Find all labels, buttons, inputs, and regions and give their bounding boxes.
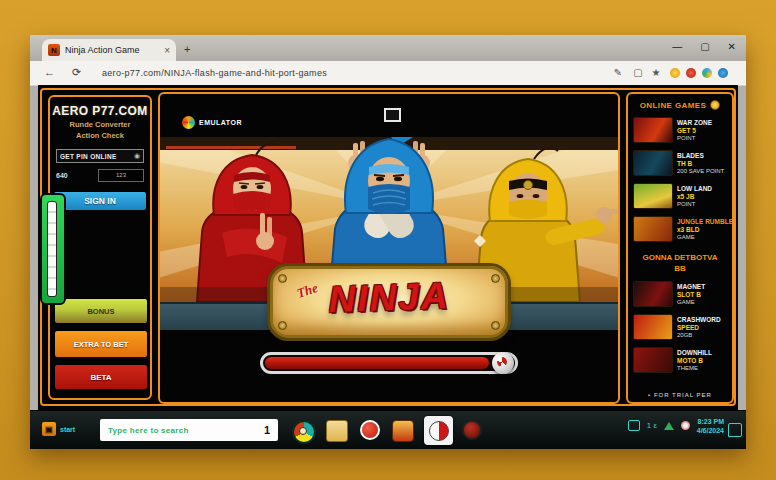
share-icon[interactable]: ✎ (612, 67, 624, 79)
extension-icon-red[interactable] (686, 68, 696, 78)
game-item-extra: GAME (677, 299, 705, 305)
game-item-sub: GET 5 (677, 127, 712, 134)
start-icon: ▣ (42, 422, 56, 436)
tab-favicon-icon: N (48, 44, 60, 56)
game-item-sub: x5 JB (677, 193, 712, 200)
tray-alert-icon[interactable] (681, 421, 690, 430)
notification-center-icon[interactable] (728, 423, 742, 437)
game-list-item[interactable]: LOW LAND x5 JB POINT (633, 183, 727, 209)
sign-in-button[interactable]: SIGN IN (53, 191, 147, 211)
clock-time: 8:23 PM (697, 417, 724, 426)
dropdown-icon[interactable]: ◉ (134, 152, 140, 160)
start-button[interactable]: ▣ start (42, 422, 75, 436)
game-thumbnail (633, 150, 673, 176)
promo-line-1: GONNA DETBOTVA (633, 252, 727, 263)
progress-fill (265, 357, 489, 369)
game-item-extra: 200 SAVE POINT (677, 168, 724, 174)
game-item-sub: SPEED (677, 324, 721, 331)
tray-up-icon[interactable] (664, 422, 674, 430)
system-tray: 1 ε (628, 420, 690, 431)
beta-button[interactable]: BETA (54, 364, 148, 390)
banner-bolt-icon (491, 321, 500, 330)
code-field-input[interactable]: 123 (98, 169, 144, 182)
emulator-logo[interactable]: EMULATOR (182, 116, 242, 129)
promo-header: GONNA DETBOTVA BB (633, 252, 727, 274)
taskbar-active-app[interactable] (424, 416, 453, 445)
pin-input[interactable]: GET PIN ONLINE ◉ (56, 149, 144, 163)
emulator-swirl-icon (182, 116, 195, 129)
tagline-2: Action Check (50, 131, 150, 140)
window-maximize-button[interactable]: ▢ (700, 41, 709, 52)
game-item-extra: GAME (677, 234, 727, 240)
game-item-extra: 20GB (677, 332, 721, 338)
code-field-label: 640 (56, 172, 68, 179)
game-list-item[interactable]: DOWNHILL MOTO B THEME (633, 347, 727, 373)
refresh-icon[interactable]: ⟳ (72, 66, 81, 79)
tray-app-icon[interactable] (628, 420, 640, 431)
active-app-icon (429, 421, 449, 441)
taskbar-browser-icon[interactable] (292, 420, 316, 444)
sidebar-footer[interactable]: • FOR TRIAL PER (628, 392, 732, 398)
game-thumbnail (633, 117, 673, 143)
game-item-title: CRASHWORD (677, 316, 721, 323)
tab-title: Ninja Action Game (65, 45, 159, 55)
back-icon[interactable]: ← (44, 66, 55, 78)
right-sidebar: ONLINE GAMES WAR ZONE GET 5 POINT BLADES (626, 92, 734, 404)
game-thumbnail (633, 281, 673, 307)
fullscreen-icon[interactable] (384, 108, 401, 122)
game-list-item[interactable]: WAR ZONE GET 5 POINT (633, 117, 727, 143)
pin-input-value: GET PIN ONLINE (60, 153, 117, 160)
tray-count[interactable]: 1 ε (647, 421, 657, 430)
game-item-sub: SLOT B (677, 291, 705, 298)
game-item-title: JUNGLE RUMBLE (677, 218, 727, 225)
new-tab-button[interactable]: + (184, 43, 190, 55)
game-item-extra: POINT (677, 201, 712, 207)
tab-close-icon[interactable]: × (164, 45, 170, 56)
game-list-item[interactable]: BLADES TH B 200 SAVE POINT (633, 150, 727, 176)
game-thumbnail (633, 347, 673, 373)
taskbar-folder-icon[interactable] (326, 420, 348, 442)
extension-icon-multicolor[interactable] (702, 68, 712, 78)
browser-titlebar: N Ninja Action Game × + — ▢ ✕ (30, 35, 746, 61)
game-item-title: LOW LAND (677, 185, 712, 192)
screenshot-icon[interactable]: ▢ (632, 67, 644, 79)
taskbar-media-icon[interactable] (360, 420, 380, 440)
games-list-header: ONLINE GAMES (640, 101, 707, 110)
address-bar[interactable]: aero-p77.com/NINJA-flash-game-and-hit-po… (102, 68, 327, 78)
browser-toolbar: ← ⟳ aero-p77.com/NINJA-flash-game-and-hi… (30, 61, 746, 86)
profile-avatar[interactable] (718, 68, 728, 78)
game-list-item[interactable]: CRASHWORD SPEED 20GB (633, 314, 727, 340)
game-item-title: WAR ZONE (677, 119, 712, 126)
game-thumbnail (633, 314, 673, 340)
game-list-item[interactable]: MAGNET SLOT B GAME (633, 281, 727, 307)
game-title-banner: The NINJA (270, 266, 508, 338)
game-thumbnail (633, 216, 673, 242)
window-close-button[interactable]: ✕ (728, 41, 736, 52)
promo-line-2: BB (633, 263, 727, 274)
taskbar: ▣ start Type here to search 1 1 ε (30, 410, 746, 449)
game-item-title: MAGNET (677, 283, 705, 290)
start-label: start (60, 426, 75, 433)
game-item-extra: POINT (677, 135, 712, 141)
browser-tab[interactable]: N Ninja Action Game × (42, 39, 176, 61)
taskbar-search-input[interactable]: Type here to search 1 (100, 419, 278, 441)
extension-icon-yellow[interactable] (670, 68, 680, 78)
screenshot-stage: N Ninja Action Game × + — ▢ ✕ ← ⟳ aero-p… (0, 0, 776, 480)
game-list-item[interactable]: JUNGLE RUMBLE x3 BLD GAME (633, 216, 727, 242)
loading-progress-bar (260, 352, 518, 374)
header-badge-icon (710, 100, 720, 110)
extra-bet-button[interactable]: EXTRA TO BET (54, 330, 148, 358)
taskbar-clock[interactable]: 8:23 PM 4/6/2024 (697, 417, 724, 435)
game-title: NINJA (272, 273, 505, 323)
side-feedback-widget[interactable] (40, 193, 66, 305)
taskbar-game-icon[interactable] (392, 420, 414, 442)
webpage: AERO P77.COM Runde Converter Action Chec… (38, 85, 738, 410)
game-thumbnail (633, 183, 673, 209)
bookmark-icon[interactable]: ★ (650, 67, 662, 79)
taskbar-recorder-icon[interactable] (462, 420, 482, 440)
game-item-title: DOWNHILL (677, 349, 712, 356)
browser-window: N Ninja Action Game × + — ▢ ✕ ← ⟳ aero-p… (30, 35, 746, 448)
window-minimize-button[interactable]: — (672, 41, 682, 52)
tagline-1: Runde Converter (50, 120, 150, 129)
bonus-button[interactable]: BONUS (54, 298, 148, 324)
